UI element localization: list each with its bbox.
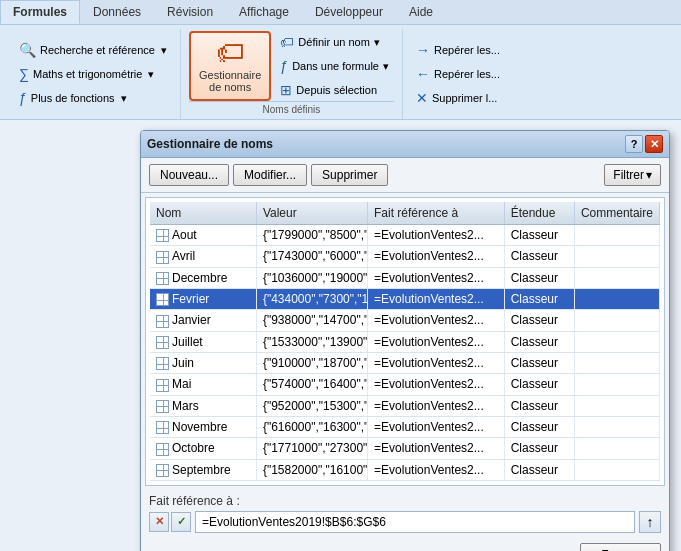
tab-developpeur[interactable]: Développeur	[302, 0, 396, 24]
col-header-ref: Fait référence à	[368, 202, 505, 225]
ref-label: Fait référence à :	[149, 494, 661, 508]
cell-scope: Classeur	[504, 246, 574, 267]
dialog-title-buttons: ? ✕	[625, 135, 663, 153]
arrow-icon5: ▾	[383, 60, 389, 73]
cell-comment	[574, 352, 659, 373]
new-button[interactable]: Nouveau...	[149, 164, 229, 186]
cell-comment	[574, 438, 659, 459]
tab-donnees[interactable]: Données	[80, 0, 154, 24]
cell-name: Juillet	[150, 331, 256, 352]
tab-affichage[interactable]: Affichage	[226, 0, 302, 24]
cell-ref: =EvolutionVentes2...	[368, 331, 505, 352]
cell-ref: =EvolutionVentes2...	[368, 267, 505, 288]
more-funcs-btn[interactable]: ƒ Plus de fonctions ▾	[14, 87, 172, 109]
cell-value: {"1771000","27300",...	[256, 438, 367, 459]
tab-formules[interactable]: Formules	[0, 0, 80, 24]
cell-name: Janvier	[150, 310, 256, 331]
ref-input-field[interactable]	[195, 511, 635, 533]
dialog-toolbar-left: Nouveau... Modifier... Supprimer	[149, 164, 388, 186]
delete-button[interactable]: Supprimer	[311, 164, 388, 186]
name-manager-dialog: Gestionnaire de noms ? ✕ Nouveau... Modi…	[140, 130, 670, 551]
col-header-nom: Nom	[150, 202, 256, 225]
cell-name: Septembre	[150, 459, 256, 480]
filter-button[interactable]: Filtrer ▾	[604, 164, 661, 186]
name-manager-btn[interactable]: 🏷 Gestionnairede noms	[189, 31, 271, 101]
cell-scope: Classeur	[504, 395, 574, 416]
define-icon: 🏷	[280, 34, 294, 50]
cell-scope: Classeur	[504, 310, 574, 331]
cell-scope: Classeur	[504, 267, 574, 288]
audit-buttons: → Repérer les... ← Repérer les... ✕ Supp…	[411, 31, 505, 117]
cell-name: Aout	[150, 225, 256, 246]
function-buttons: 🔍 Recherche et référence ▾ ∑ Maths et tr…	[14, 31, 172, 117]
ribbon: Formules Données Révision Affichage Déve…	[0, 0, 681, 120]
cell-value: {"616000","16300","...	[256, 416, 367, 437]
table-row[interactable]: Mai {"574000","16400","... =EvolutionVen…	[150, 374, 660, 395]
cell-comment	[574, 310, 659, 331]
cell-value: {"1533000","13900",...	[256, 331, 367, 352]
dialog-title: Gestionnaire de noms	[147, 137, 273, 151]
table-row[interactable]: Juillet {"1533000","13900",... =Evolutio…	[150, 331, 660, 352]
cell-comment	[574, 459, 659, 480]
cell-value: {"1036000","19000",...	[256, 267, 367, 288]
table-row[interactable]: Fevrier {"434000","7300","1... =Evolutio…	[150, 288, 660, 309]
ribbon-content: 🔍 Recherche et référence ▾ ∑ Maths et tr…	[0, 25, 681, 119]
table-row[interactable]: Decembre {"1036000","19000",... =Evoluti…	[150, 267, 660, 288]
table-row[interactable]: Septembre {"1582000","16100",... =Evolut…	[150, 459, 660, 480]
from-selection-btn[interactable]: ⊞ Depuis sélection	[275, 79, 394, 101]
cell-value: {"1582000","16100",...	[256, 459, 367, 480]
cell-value: {"938000","14700","...	[256, 310, 367, 331]
table-row[interactable]: Aout {"1799000","8500","... =EvolutionVe…	[150, 225, 660, 246]
cell-ref: =EvolutionVentes2...	[368, 352, 505, 373]
cell-name: Mai	[150, 374, 256, 395]
cell-comment	[574, 374, 659, 395]
arrow-icon2: ▾	[148, 68, 154, 81]
supprimer-icon: ✕	[416, 90, 428, 106]
cell-scope: Classeur	[504, 288, 574, 309]
in-formula-btn[interactable]: ƒ Dans une formule ▾	[275, 55, 394, 77]
dialog-close-button[interactable]: ✕	[645, 135, 663, 153]
ribbon-tabs: Formules Données Révision Affichage Déve…	[0, 0, 681, 25]
ref-cancel-btn[interactable]: ✕	[149, 512, 169, 532]
define-name-btn[interactable]: 🏷 Définir un nom ▾	[275, 31, 394, 53]
group-formula-audit: → Repérer les... ← Repérer les... ✕ Supp…	[403, 29, 513, 119]
cell-ref: =EvolutionVentes2...	[368, 416, 505, 437]
tab-aide[interactable]: Aide	[396, 0, 446, 24]
name-manager-icon: 🏷	[216, 39, 244, 67]
maths-btn[interactable]: ∑ Maths et trigonométrie ▾	[14, 63, 172, 85]
table-row[interactable]: Avril {"1743000","6000","... =EvolutionV…	[150, 246, 660, 267]
names-table: Nom Valeur Fait référence à Étendue Comm…	[150, 202, 660, 481]
table-row[interactable]: Juin {"910000","18700","... =EvolutionVe…	[150, 352, 660, 373]
reperer-btn2[interactable]: ← Repérer les...	[411, 63, 505, 85]
arrow-icon4: ▾	[374, 36, 380, 49]
col-header-ete: Étendue	[504, 202, 574, 225]
reperer-btn1[interactable]: → Repérer les...	[411, 39, 505, 61]
cell-name: Mars	[150, 395, 256, 416]
reperer-icon2: ←	[416, 66, 430, 82]
table-row[interactable]: Novembre {"616000","16300","... =Evoluti…	[150, 416, 660, 437]
supprimer-btn[interactable]: ✕ Supprimer l...	[411, 87, 505, 109]
cell-name: Octobre	[150, 438, 256, 459]
table-row[interactable]: Octobre {"1771000","27300",... =Evolutio…	[150, 438, 660, 459]
recherche-btn[interactable]: 🔍 Recherche et référence ▾	[14, 39, 172, 61]
cell-name: Fevrier	[150, 288, 256, 309]
noms-definis-label: Noms définis	[189, 101, 394, 117]
tab-revision[interactable]: Révision	[154, 0, 226, 24]
dialog-help-button[interactable]: ?	[625, 135, 643, 153]
ref-expand-btn[interactable]: ↑	[639, 511, 661, 533]
name-manager-label: Gestionnairede noms	[199, 69, 261, 93]
cell-name: Avril	[150, 246, 256, 267]
cell-ref: =EvolutionVentes2...	[368, 288, 505, 309]
table-row[interactable]: Janvier {"938000","14700","... =Evolutio…	[150, 310, 660, 331]
fermer-button[interactable]: Fermer	[580, 543, 661, 551]
selection-icon: ⊞	[280, 82, 292, 98]
table-row[interactable]: Mars {"952000","15300","... =EvolutionVe…	[150, 395, 660, 416]
cell-comment	[574, 416, 659, 437]
edit-button[interactable]: Modifier...	[233, 164, 307, 186]
col-header-com: Commentaire	[574, 202, 659, 225]
cell-scope: Classeur	[504, 225, 574, 246]
ref-confirm-btn[interactable]: ✓	[171, 512, 191, 532]
ref-icons: ✕ ✓	[149, 512, 191, 532]
arrow-icon: ▾	[161, 44, 167, 57]
cell-scope: Classeur	[504, 416, 574, 437]
